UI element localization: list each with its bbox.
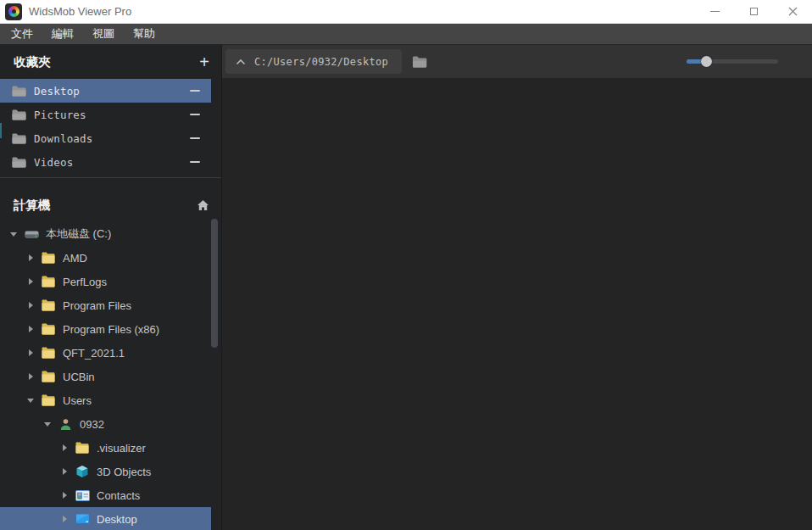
- expand-toggle-icon[interactable]: [59, 492, 70, 499]
- collapse-toggle-icon[interactable]: [42, 422, 53, 427]
- add-favorite-button[interactable]: +: [199, 53, 209, 70]
- drive-icon: [24, 229, 39, 240]
- tree-item-user-0932[interactable]: 0932: [0, 412, 211, 436]
- home-icon: [197, 199, 209, 211]
- remove-favorite-button[interactable]: [190, 137, 200, 139]
- contact-icon: [75, 490, 90, 501]
- cube-icon: [75, 465, 90, 478]
- tree-item-label: 0932: [80, 418, 104, 431]
- expand-toggle-icon[interactable]: [59, 444, 70, 451]
- menu-item-edit[interactable]: 編輯: [49, 26, 76, 42]
- minimize-button[interactable]: [695, 0, 734, 23]
- favorite-item-desktop[interactable]: Desktop: [0, 79, 211, 103]
- folder-yellow-icon: [41, 371, 56, 382]
- folder-icon: [412, 56, 427, 68]
- favorite-label: Videos: [34, 156, 73, 169]
- color-wheel-icon: [8, 6, 19, 17]
- favorite-label: Downloads: [34, 132, 93, 145]
- maximize-icon: [750, 8, 758, 15]
- favorite-label: Desktop: [34, 85, 80, 98]
- tree-item-label: 本地磁盘 (C:): [46, 226, 111, 242]
- favorite-item-downloads[interactable]: Downloads: [0, 126, 211, 150]
- menu-bar: 文件編輯視圖幫助: [0, 24, 812, 45]
- sidebar-scrollbar-thumb[interactable]: [211, 219, 218, 348]
- favorite-item-videos[interactable]: Videos: [0, 150, 211, 174]
- window-title: WidsMob Viewer Pro: [29, 5, 131, 18]
- accent-strip: [0, 123, 2, 138]
- tree-item-users[interactable]: Users: [0, 388, 211, 412]
- favorites-list: DesktopPicturesDownloadsVideos: [0, 79, 221, 174]
- current-path: C:/Users/0932/Desktop: [254, 56, 388, 68]
- main-split: 收藏夾 + DesktopPicturesDownloadsVideos 計算機…: [0, 45, 812, 530]
- folder-yellow-icon: [41, 394, 56, 406]
- expand-toggle-icon[interactable]: [25, 326, 36, 332]
- folder-icon: [12, 157, 26, 168]
- zoom-slider-thumb[interactable]: [701, 56, 712, 67]
- folder-yellow-icon: [41, 299, 56, 311]
- tree-item-c-drive[interactable]: 本地磁盘 (C:): [0, 222, 211, 246]
- computer-header: 計算機: [0, 188, 221, 222]
- folder-yellow-icon: [41, 347, 56, 359]
- tree-item-visualizer[interactable]: .visualizer: [0, 436, 211, 460]
- expand-toggle-icon[interactable]: [59, 516, 70, 522]
- expand-toggle-icon[interactable]: [59, 468, 70, 475]
- home-button[interactable]: [197, 199, 209, 211]
- sidebar-separator: [0, 177, 221, 178]
- close-icon: [788, 7, 798, 16]
- favorite-label: Pictures: [34, 109, 86, 121]
- tree-item-label: Program Files: [63, 299, 131, 312]
- folder-yellow-icon: [41, 276, 56, 287]
- computer-tree: 本地磁盘 (C:)AMDPerfLogsProgram FilesProgram…: [0, 222, 221, 530]
- folder-yellow-icon: [41, 252, 56, 264]
- tree-item-perflogs[interactable]: PerfLogs: [0, 270, 211, 293]
- tree-item-ucbin[interactable]: UCBin: [0, 365, 211, 388]
- tree-item-program-files[interactable]: Program Files: [0, 293, 211, 317]
- tree-item-label: Contacts: [97, 489, 140, 502]
- folder-yellow-icon: [41, 323, 56, 335]
- content-pane: C:/Users/0932/Desktop: [222, 45, 812, 530]
- tree-item-label: AMD: [63, 252, 87, 265]
- menu-item-file[interactable]: 文件: [8, 26, 36, 42]
- folder-icon: [12, 109, 26, 120]
- expand-toggle-icon[interactable]: [25, 349, 36, 356]
- expand-toggle-icon[interactable]: [25, 254, 36, 261]
- sidebar: 收藏夾 + DesktopPicturesDownloadsVideos 計算機…: [0, 45, 222, 530]
- expand-toggle-icon[interactable]: [25, 302, 36, 309]
- folder-icon: [12, 86, 26, 97]
- expand-toggle-icon[interactable]: [25, 373, 36, 380]
- app-icon[interactable]: [5, 3, 22, 20]
- collapse-toggle-icon[interactable]: [8, 232, 19, 237]
- remove-favorite-button[interactable]: [190, 90, 200, 92]
- titlebar: WidsMob Viewer Pro: [0, 0, 812, 24]
- path-breadcrumb[interactable]: C:/Users/0932/Desktop: [225, 49, 402, 74]
- tree-item-label: 3D Objects: [97, 466, 151, 478]
- favorite-item-pictures[interactable]: Pictures: [0, 103, 211, 126]
- remove-favorite-button[interactable]: [190, 114, 200, 115]
- maximize-button[interactable]: [734, 0, 773, 23]
- tree-item-qft-2021-1[interactable]: QFT_2021.1: [0, 341, 211, 365]
- minimize-icon: [710, 11, 720, 12]
- favorites-title: 收藏夾: [14, 54, 51, 70]
- folder-button[interactable]: [412, 56, 427, 68]
- expand-toggle-icon[interactable]: [25, 278, 36, 285]
- menu-item-help[interactable]: 幫助: [131, 26, 158, 42]
- tree-item-label: UCBin: [63, 371, 95, 383]
- folder-icon: [12, 133, 26, 144]
- tree-item-label: Desktop: [97, 513, 137, 526]
- tree-item-desktop[interactable]: Desktop: [0, 507, 211, 530]
- tree-item-program-files-x86[interactable]: Program Files (x86): [0, 317, 211, 341]
- favorites-header: 收藏夾 +: [0, 45, 221, 79]
- collapse-toggle-icon[interactable]: [25, 399, 36, 403]
- zoom-slider[interactable]: [687, 56, 778, 67]
- window-controls: [695, 0, 812, 23]
- tree-item-amd[interactable]: AMD: [0, 246, 211, 270]
- close-button[interactable]: [773, 0, 812, 23]
- tree-item-contacts[interactable]: Contacts: [0, 483, 211, 507]
- menu-item-view[interactable]: 視圖: [90, 26, 117, 42]
- tree-item-3d-objects[interactable]: 3D Objects: [0, 460, 211, 483]
- desktop-icon: [75, 513, 90, 525]
- file-display-area: [222, 78, 812, 530]
- content-toolbar: C:/Users/0932/Desktop: [222, 45, 812, 78]
- computer-title: 計算機: [14, 198, 51, 214]
- remove-favorite-button[interactable]: [190, 161, 200, 163]
